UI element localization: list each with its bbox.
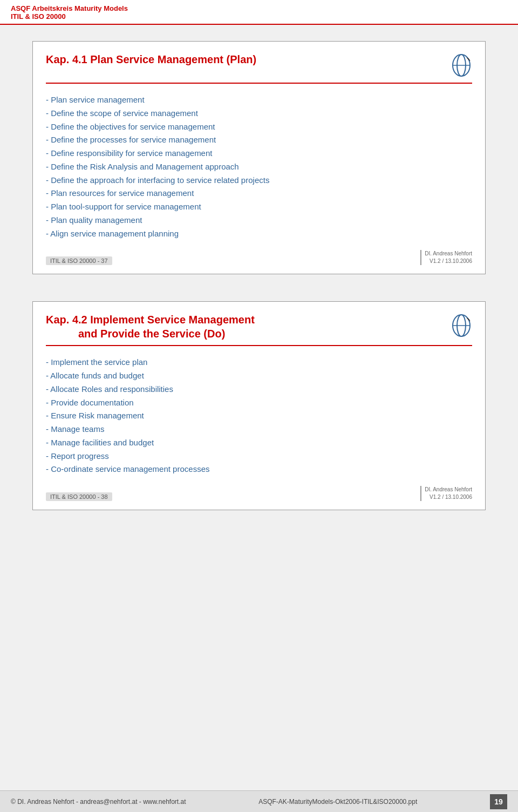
header-line2: ITIL & ISO 20000 — [11, 12, 507, 21]
list-item: Allocate Roles and responsibilities — [46, 383, 472, 396]
list-item: Implement the service plan — [46, 356, 472, 369]
footer-filename: ASQF-AK-MaturityModels-Okt2006-ITIL&ISO2… — [258, 798, 417, 806]
list-item: Align service management planning — [46, 227, 472, 241]
list-item: Define responsibility for service manage… — [46, 147, 472, 160]
slide-2-title-area: Kap. 4.2 Implement Service Management an… — [46, 313, 472, 346]
list-item: Ensure Risk management — [46, 409, 472, 423]
list-item: Define the objectives for service manage… — [46, 120, 472, 134]
main-content: Kap. 4.1 Plan Service Management (Plan) … — [0, 25, 518, 553]
list-item: Co-ordinate service management processes — [46, 463, 472, 476]
slide-2-bullet-list: Implement the service plan Allocate fund… — [46, 356, 472, 476]
slide-2-logo-icon — [446, 313, 472, 339]
list-item: Manage facilities and budget — [46, 436, 472, 450]
footer-copyright: © DI. Andreas Nehfort - andreas@nehfort.… — [11, 798, 186, 806]
slide-2-footer: ITIL & ISO 20000 - 38 DI. Andreas Nehfor… — [46, 484, 472, 501]
header: ASQF Arbeitskreis Maturity Models ITIL &… — [0, 0, 518, 25]
list-item: Plan tool-support for service management — [46, 200, 472, 214]
slide-1-title: Kap. 4.1 Plan Service Management (Plan) — [46, 52, 256, 66]
footer-page-number: 19 — [490, 794, 507, 809]
list-item: Report progress — [46, 450, 472, 463]
slide-2: Kap. 4.2 Implement Service Management an… — [32, 301, 486, 510]
list-item: Define the approach for interfacing to s… — [46, 174, 472, 187]
slide-1-title-area: Kap. 4.1 Plan Service Management (Plan) — [46, 52, 472, 84]
slide-1-logo-icon — [446, 52, 472, 78]
slide-2-footer-author: DI. Andreas Nehfort V1.2 / 13.10.2006 — [420, 486, 472, 501]
list-item: Provide documentation — [46, 396, 472, 410]
header-line1: ASQF Arbeitskreis Maturity Models — [11, 4, 507, 12]
list-item: Manage teams — [46, 423, 472, 436]
list-item: Plan resources for service management — [46, 187, 472, 200]
list-item: Define the Risk Analysis and Management … — [46, 160, 472, 174]
list-item: Define the processes for service managem… — [46, 133, 472, 147]
slide-2-title: Kap. 4.2 Implement Service Management an… — [46, 313, 255, 341]
list-item: Define the scope of service management — [46, 107, 472, 120]
footer-bar: © DI. Andreas Nehfort - andreas@nehfort.… — [0, 790, 518, 812]
slide-1-footer-label: ITIL & ISO 20000 - 37 — [46, 256, 112, 265]
slide-2-footer-label: ITIL & ISO 20000 - 38 — [46, 492, 112, 501]
list-item: Plan quality management — [46, 214, 472, 227]
slide-1-footer-author: DI. Andreas Nehfort V1.2 / 13.10.2006 — [420, 250, 472, 265]
slide-1-footer: ITIL & ISO 20000 - 37 DI. Andreas Nehfor… — [46, 248, 472, 265]
list-item: Plan service management — [46, 93, 472, 107]
slide-1: Kap. 4.1 Plan Service Management (Plan) … — [32, 41, 486, 274]
slide-1-bullet-list: Plan service management Define the scope… — [46, 93, 472, 240]
list-item: Allocate funds and budget — [46, 369, 472, 383]
